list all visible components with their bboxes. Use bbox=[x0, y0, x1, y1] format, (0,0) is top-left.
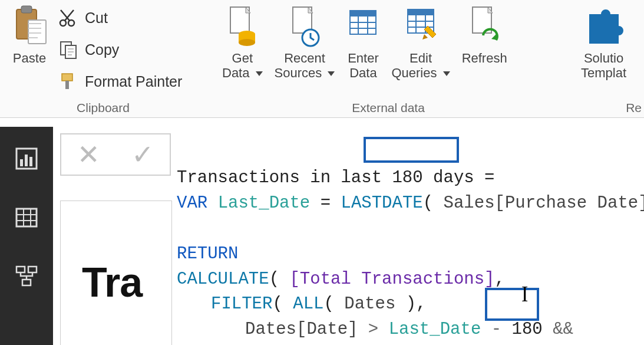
svg-rect-21 bbox=[20, 159, 23, 166]
format-painter-label: Format Painter bbox=[85, 73, 182, 90]
svg-rect-16 bbox=[350, 11, 376, 17]
svg-rect-25 bbox=[16, 267, 25, 272]
formula-controls: ✕ ✓ bbox=[60, 133, 171, 176]
highlight-box bbox=[364, 137, 459, 163]
model-view-button[interactable] bbox=[12, 262, 41, 291]
commit-formula-button[interactable]: ✓ bbox=[131, 141, 154, 168]
visual-title-fragment: Tra bbox=[61, 201, 171, 306]
paintbrush-icon bbox=[58, 71, 79, 92]
format-painter-button[interactable]: Format Painter bbox=[54, 70, 186, 93]
svg-rect-18 bbox=[408, 9, 434, 15]
copy-icon bbox=[58, 39, 79, 60]
edit-queries-icon bbox=[404, 5, 437, 47]
svg-point-12 bbox=[239, 39, 255, 46]
code-line: RETURN bbox=[177, 244, 238, 264]
view-rail bbox=[0, 127, 53, 345]
get-data-icon bbox=[226, 5, 259, 47]
svg-rect-7 bbox=[62, 74, 72, 81]
svg-rect-8 bbox=[65, 81, 69, 89]
paste-label: Paste bbox=[13, 51, 46, 65]
group-label-clipboard: Clipboard bbox=[0, 101, 206, 115]
get-data-button[interactable]: Get Data bbox=[216, 2, 269, 81]
cut-button[interactable]: Cut bbox=[54, 6, 186, 29]
svg-rect-1 bbox=[21, 6, 32, 13]
svg-rect-23 bbox=[29, 157, 32, 166]
data-view-button[interactable] bbox=[12, 203, 41, 232]
svg-rect-27 bbox=[22, 280, 31, 285]
text-cursor-icon: I bbox=[521, 278, 528, 310]
code-line: FILTER( ALL( Dates ), bbox=[211, 294, 427, 314]
cancel-formula-button[interactable]: ✕ bbox=[77, 141, 100, 168]
get-data-label: Get Data bbox=[222, 51, 253, 80]
report-view-button[interactable] bbox=[12, 144, 41, 173]
svg-point-3 bbox=[60, 20, 66, 26]
svg-rect-26 bbox=[28, 267, 37, 272]
solution-templates-label: Solutio Templat bbox=[581, 51, 626, 81]
edit-queries-button[interactable]: Edit Queries bbox=[385, 2, 455, 81]
table-icon bbox=[346, 5, 379, 47]
formula-area: ✕ ✓ Tra Transactions in last 180 days = … bbox=[57, 130, 644, 345]
chevron-down-icon bbox=[443, 71, 450, 76]
chevron-down-icon bbox=[328, 71, 335, 76]
enter-data-button[interactable]: Enter Data bbox=[341, 2, 385, 81]
clipboard-icon bbox=[11, 5, 48, 47]
copy-button[interactable]: Copy bbox=[54, 38, 186, 61]
group-label-re: Re bbox=[570, 101, 644, 115]
recent-sources-button[interactable]: Recent Sources bbox=[269, 2, 341, 81]
highlight-box bbox=[485, 288, 539, 321]
recent-sources-icon bbox=[288, 5, 321, 47]
svg-rect-22 bbox=[25, 155, 28, 166]
refresh-icon bbox=[468, 5, 501, 47]
code-line: VAR Last_Date = LASTDATE( Sales[Purchase… bbox=[177, 193, 644, 213]
enter-data-label: Enter Data bbox=[348, 51, 379, 81]
puzzle-icon bbox=[583, 5, 625, 47]
scissors-icon bbox=[58, 7, 79, 28]
ribbon: Paste Cut bbox=[0, 0, 644, 118]
solution-templates-button[interactable]: Solutio Templat bbox=[575, 2, 632, 81]
chevron-down-icon bbox=[256, 71, 263, 76]
code-line: Dates[Date] > Last_Date - 180 && bbox=[245, 320, 573, 339]
refresh-button[interactable]: Refresh bbox=[456, 2, 513, 81]
code-line bbox=[177, 219, 187, 238]
report-canvas-preview: Tra bbox=[60, 201, 172, 345]
code-line: CALCULATE( [Total Transactions], bbox=[177, 270, 505, 289]
group-label-external-data: External data bbox=[212, 101, 565, 115]
dax-editor[interactable]: Transactions in last 180 days = VAR Last… bbox=[174, 130, 644, 345]
copy-label: Copy bbox=[85, 41, 119, 58]
svg-point-4 bbox=[68, 20, 74, 26]
refresh-label: Refresh bbox=[462, 51, 507, 65]
recent-sources-label: Recent Sources bbox=[275, 51, 325, 80]
svg-rect-24 bbox=[16, 209, 37, 226]
code-line: Transactions in last 180 days = bbox=[177, 168, 495, 188]
paste-button[interactable]: Paste bbox=[5, 2, 54, 65]
cut-label: Cut bbox=[85, 9, 108, 27]
edit-queries-label: Edit Queries bbox=[391, 51, 437, 80]
